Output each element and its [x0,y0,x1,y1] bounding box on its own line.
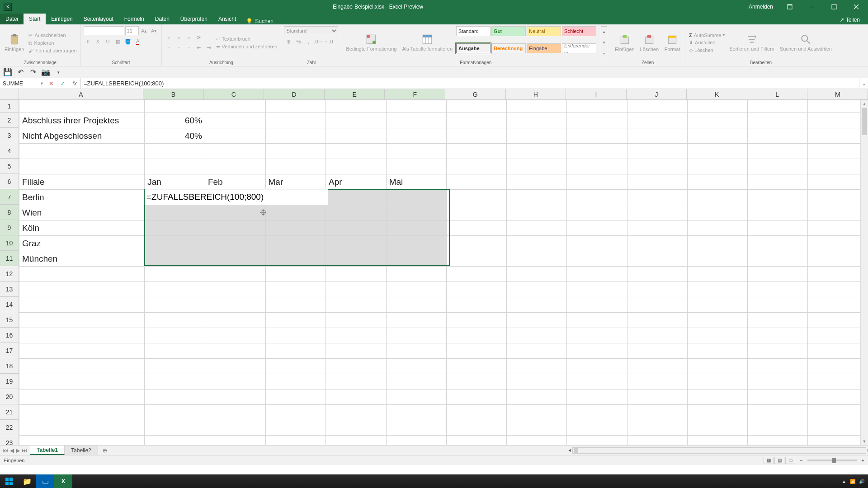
conditional-formatting-button[interactable]: Bedingte Formatierung [344,26,398,59]
cell-G9[interactable] [447,221,507,236]
cell-I18[interactable] [567,359,627,374]
cell-D19[interactable] [265,374,326,389]
cell-A14[interactable] [19,297,145,313]
column-headers[interactable]: ABCDEFGHIJKLM [19,89,868,100]
cell-C4[interactable] [205,144,265,159]
cell-M12[interactable] [807,267,868,282]
cell-M16[interactable] [807,328,868,343]
select-all-corner[interactable] [0,89,19,100]
cell-A8[interactable]: Wien [19,205,145,221]
cell-D13[interactable] [265,282,326,297]
cell-H10[interactable] [507,236,567,251]
cell-I6[interactable] [567,174,627,190]
row-header-2[interactable]: 2 [0,113,19,128]
cell-H21[interactable] [507,405,567,420]
tab-view[interactable]: Ansicht [213,14,241,24]
row-header-7[interactable]: 7 [0,189,19,205]
bold-icon[interactable]: F [84,37,93,46]
indent-dec-icon[interactable]: ⇤ [194,43,203,52]
cell-C12[interactable] [205,267,265,282]
cell-E12[interactable] [326,267,387,282]
row-header-22[interactable]: 22 [0,420,19,435]
hscroll-right-icon[interactable]: ▶ [866,448,868,453]
cell-F13[interactable] [386,282,447,297]
cell-J10[interactable] [627,236,687,251]
cell-K18[interactable] [687,359,747,374]
cell-F7[interactable] [386,190,447,205]
cell-I11[interactable] [567,251,627,267]
cell-A9[interactable]: Köln [19,221,145,236]
row-header-16[interactable]: 16 [0,328,19,343]
cell-L14[interactable] [747,297,807,313]
cell-C6[interactable]: Feb [205,174,265,190]
cell-F11[interactable] [386,251,447,267]
cell-J17[interactable] [627,343,687,359]
cell-I17[interactable] [567,343,627,359]
cell-G17[interactable] [447,343,507,359]
cell-H19[interactable] [507,374,567,389]
cell-B8[interactable] [145,205,205,221]
cell-I1[interactable] [567,100,627,113]
add-sheet-button[interactable]: ⊕ [98,446,112,455]
cell-A21[interactable] [19,405,145,420]
cell-M21[interactable] [807,405,868,420]
cell-C22[interactable] [205,420,265,436]
cell-M8[interactable] [807,205,868,221]
cell-L17[interactable] [747,343,807,359]
col-header-G[interactable]: G [445,89,506,99]
taskbar-excel-icon[interactable]: X [54,474,72,488]
style-eingabe[interactable]: Eingabe [527,43,561,53]
cell-A5[interactable] [19,159,145,174]
cell-G22[interactable] [447,420,507,436]
cell-J13[interactable] [627,282,687,297]
tab-insert[interactable]: Einfügen [46,14,78,24]
cell-E1[interactable] [326,100,387,113]
cell-J19[interactable] [627,374,687,389]
cell-H6[interactable] [507,174,567,190]
cell-A1[interactable] [19,100,145,113]
row-header-5[interactable]: 5 [0,159,19,174]
cell-H20[interactable] [507,389,567,405]
cell-C20[interactable] [205,389,265,405]
cell-B21[interactable] [145,405,205,420]
cell-J23[interactable] [627,436,687,446]
hscroll-left-icon[interactable]: ◀ [566,448,573,453]
style-erklaerender[interactable]: Erklärender ... [562,43,596,53]
tray-up-icon[interactable]: ▲ [842,479,846,484]
cell-E20[interactable] [326,389,387,405]
cell-C5[interactable] [205,159,265,174]
cell-H9[interactable] [507,221,567,236]
style-ausgabe[interactable]: Ausgabe [456,43,491,53]
cell-J3[interactable] [627,128,687,144]
share-button[interactable]: ↗ Teilen [836,15,863,24]
cell-L16[interactable] [747,328,807,343]
cell-A22[interactable] [19,420,145,436]
cell-K14[interactable] [687,297,747,313]
cell-A13[interactable] [19,282,145,297]
cell-M4[interactable] [807,144,868,159]
signin-button[interactable]: Anmelden [744,0,778,14]
cell-F23[interactable] [386,436,447,446]
cell-K6[interactable] [687,174,747,190]
cell-I13[interactable] [567,282,627,297]
cell-H15[interactable] [507,313,567,328]
cell-F21[interactable] [386,405,447,420]
cut-button[interactable]: ✂Ausschneiden [28,32,77,39]
zoom-slider[interactable] [807,460,857,461]
redo-icon[interactable]: ↷ [28,67,38,77]
row-header-1[interactable]: 1 [0,100,19,113]
active-cell-editor[interactable]: =ZUFALLSBEREICH(100;800) [145,189,328,205]
sheet-tab-1[interactable]: Tabelle1 [30,446,65,455]
cell-D4[interactable] [265,144,326,159]
camera-icon[interactable]: 📷 [41,67,51,77]
cell-E15[interactable] [326,313,387,328]
cell-A4[interactable] [19,144,145,159]
cell-G20[interactable] [447,389,507,405]
cell-D10[interactable] [265,236,326,251]
cell-E2[interactable] [326,113,387,128]
col-header-F[interactable]: F [385,89,445,99]
cell-E9[interactable] [326,221,387,236]
cell-I15[interactable] [567,313,627,328]
font-color-icon[interactable]: A [133,37,142,46]
cell-F1[interactable] [386,100,447,113]
